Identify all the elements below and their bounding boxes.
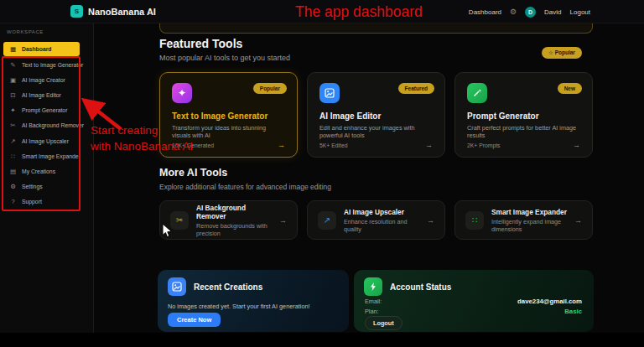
annotation-rectangle	[2, 56, 80, 211]
arrow-right-icon[interactable]: →	[574, 216, 582, 225]
sidebar-item-dashboard[interactable]: ▦ Dashboard	[3, 42, 80, 56]
featured-tools-subtitle: Most popular AI tools to get you started	[159, 54, 290, 62]
account-status-title: Account Status	[390, 282, 451, 292]
settings-gear-icon[interactable]: ⚙	[510, 8, 517, 16]
recent-creations-panel: Recent Creations No images created yet. …	[158, 270, 349, 332]
mini-card-image-upscaler[interactable]: ↗ AI Image Upscaler Enhance resolution a…	[307, 200, 445, 240]
account-status-panel: Account Status Email: dave234@gmail.com …	[354, 270, 594, 332]
logout-button[interactable]: Logout	[365, 316, 402, 330]
card-prompt-generator[interactable]: New Prompt Generator Craft perfect promp…	[454, 72, 593, 158]
card-badge: Featured	[398, 83, 434, 94]
arrow-right-icon[interactable]: →	[278, 141, 285, 149]
scrolled-banner-edge	[159, 23, 593, 34]
user-name: David	[544, 8, 561, 16]
featured-tools-heading: Featured Tools	[159, 37, 242, 50]
create-now-button[interactable]: Create Now	[168, 313, 221, 327]
image-icon	[319, 83, 340, 103]
more-tools-heading: More AI Tools	[159, 167, 227, 179]
card-title: Text to Image Generator	[172, 111, 285, 121]
mini-card-title: Smart Image Expander	[491, 208, 567, 216]
mini-card-title: AI Background Remover	[196, 204, 272, 220]
annotation-top-note: The app dashboard	[295, 3, 423, 21]
app-logo-icon: S	[70, 5, 83, 18]
image-icon	[168, 277, 186, 296]
card-stat: 2K+ Prompts	[467, 142, 500, 148]
card-stat: 5K+ Edited	[319, 142, 347, 148]
arrow-right-icon[interactable]: →	[427, 216, 434, 225]
plan-value: Basic	[564, 308, 582, 315]
mini-card-title: AI Image Upscaler	[344, 208, 419, 216]
mini-card-subtitle: Intelligently expand image dimensions	[491, 218, 567, 233]
sparkles-icon: ✦	[172, 83, 192, 103]
user-avatar[interactable]: D	[525, 7, 536, 18]
email-value: dave234@gmail.com	[517, 298, 582, 305]
card-title: Prompt Generator	[467, 111, 580, 121]
upscale-arrow-icon: ↗	[318, 211, 336, 230]
app-title: NanoBanana AI	[88, 7, 156, 17]
card-badge: Popular	[253, 83, 287, 94]
card-badge: New	[558, 83, 582, 94]
arrow-right-icon[interactable]: →	[573, 141, 580, 149]
featured-cards-row: ✦ Popular Text to Image Generator Transf…	[159, 72, 593, 158]
header-nav-dashboard[interactable]: Dashboard	[469, 8, 501, 16]
wand-icon	[467, 83, 487, 103]
more-tools-subtitle: Explore additional features for advanced…	[159, 183, 331, 191]
mini-card-background-remover[interactable]: ✂ AI Background Remover Remove backgroun…	[159, 200, 298, 240]
card-ai-image-editor[interactable]: Featured AI Image Editor Edit and enhanc…	[307, 72, 445, 158]
app-window: S NanoBanana AI Dashboard ⚙ D David Logo…	[0, 0, 644, 347]
card-description: Craft perfect prompts for better AI imag…	[467, 124, 580, 139]
logout-link[interactable]: Logout	[570, 8, 590, 16]
arrow-right-icon[interactable]: →	[425, 141, 433, 149]
star-icon: ☆	[548, 49, 553, 55]
plan-label: Plan:	[365, 308, 379, 315]
workspace-section-label: WORKSPACE	[7, 29, 44, 34]
mouse-cursor	[162, 223, 173, 238]
sidebar-item-label: Dashboard	[22, 46, 52, 52]
card-title: AI Image Editor	[319, 111, 433, 121]
empty-state-text: No images created yet. Start your first …	[168, 303, 310, 310]
card-description: Edit and enhance your images with powerf…	[319, 124, 433, 139]
mini-card-subtitle: Remove backgrounds with precision	[196, 222, 272, 237]
mini-card-image-expander[interactable]: ∷ Smart Image Expander Intelligently exp…	[454, 200, 593, 240]
annotation-side-note: Start creating with NanoBanana AI	[91, 122, 193, 154]
scissors-icon: ✂	[170, 211, 189, 230]
mini-card-subtitle: Enhance resolution and quality	[344, 218, 419, 233]
popular-section-badge: ☆ Popular	[542, 47, 582, 59]
expander-dots-icon: ∷	[465, 211, 484, 230]
arrow-right-icon[interactable]: →	[279, 216, 287, 225]
recent-creations-title: Recent Creations	[194, 282, 262, 292]
bolt-icon	[364, 277, 382, 296]
dashboard-grid-icon: ▦	[9, 45, 17, 53]
more-tools-row: ✂ AI Background Remover Remove backgroun…	[159, 200, 593, 240]
letterbox-bar	[0, 333, 644, 347]
email-label: Email:	[365, 298, 382, 305]
